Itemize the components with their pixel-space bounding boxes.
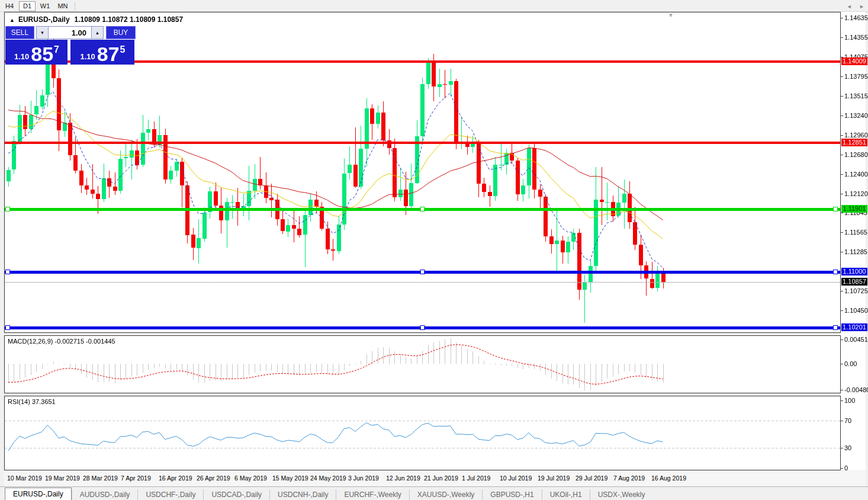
price-axis-tick: 1.11285 bbox=[844, 248, 867, 255]
rsi-axis-tick: 0 bbox=[844, 464, 848, 472]
rsi-axis-tick: 100 bbox=[844, 397, 855, 404]
price-axis-tick: 1.12960 bbox=[844, 132, 868, 139]
rsi-axis-tick: 70 bbox=[844, 417, 851, 424]
timeframe-button-w1[interactable]: W1 bbox=[37, 1, 53, 11]
hline-price-flag: 1.11000 bbox=[841, 268, 867, 275]
macd-values: -0.002715 -0.001445 bbox=[54, 338, 115, 345]
ask-price-display[interactable]: 1.10875 bbox=[70, 40, 134, 65]
chart-tab-xauusd-weekly[interactable]: XAUUSD-,Weekly bbox=[409, 489, 482, 500]
price-axis-tick: 1.12120 bbox=[844, 190, 868, 197]
hline-price-flag: 1.10201 bbox=[841, 323, 867, 331]
chart-tab-eurusd-daily[interactable]: EURUSD-,Daily bbox=[5, 488, 72, 500]
trading-terminal-window: H4D1W1MN ▲EURUSD-,Daily1.10809 1.10872 1… bbox=[0, 0, 868, 500]
bid-pip-digit: 7 bbox=[54, 44, 59, 55]
volume-decrease-button[interactable]: ▼ bbox=[36, 26, 49, 39]
spin-down-icon: ▼ bbox=[40, 30, 45, 36]
chart-tab-gbpusd-h1[interactable]: GBPUSD-,H1 bbox=[482, 489, 541, 500]
current-price-flag: 1.10857 bbox=[841, 278, 867, 286]
chart-tab-usdcnh-daily[interactable]: USDCNH-,Daily bbox=[269, 489, 336, 500]
timeframe-button-d1[interactable]: D1 bbox=[19, 1, 36, 11]
chart-shift-icon[interactable]: ▼ bbox=[668, 12, 674, 18]
chart-tab-eurchf-weekly[interactable]: EURCHF-,Weekly bbox=[336, 489, 409, 500]
price-axis-tick: 1.13240 bbox=[844, 112, 868, 119]
price-axis-tick: 1.12400 bbox=[844, 171, 868, 178]
chart-tab-usdx-weekly[interactable]: USDX-,Weekly bbox=[590, 489, 653, 500]
spin-up-icon: ▲ bbox=[95, 30, 100, 36]
volume-input[interactable] bbox=[49, 26, 91, 39]
timeframe-button-h4[interactable]: H4 bbox=[1, 1, 18, 11]
price-axis-tick: 1.12680 bbox=[844, 151, 868, 158]
chart-ohlc-values: 1.10809 1.10872 1.10809 1.10857 bbox=[75, 15, 184, 24]
rsi-value: 37.3651 bbox=[32, 398, 56, 405]
price-axis-tick: 1.10725 bbox=[844, 287, 868, 294]
rsi-axis-tick: 30 bbox=[844, 444, 851, 451]
price-axis-tick: 1.13515 bbox=[844, 92, 868, 100]
volume-increase-button[interactable]: ▲ bbox=[91, 26, 104, 39]
chart-tab-usdchf-daily[interactable]: USDCHF-,Daily bbox=[137, 489, 203, 500]
timeframe-toolbar: H4D1W1MN bbox=[0, 0, 868, 12]
hline-price-flag: 1.14009 bbox=[841, 57, 867, 65]
macd-axis-tick: -0.004806 bbox=[844, 386, 868, 393]
price-axis-tick: 1.10450 bbox=[844, 307, 868, 314]
chart-tab-audusd-daily[interactable]: AUDUSD-,Daily bbox=[72, 489, 138, 500]
hline-price-flag: 1.11901 bbox=[841, 205, 867, 213]
bid-price-display[interactable]: 1.10857 bbox=[5, 40, 67, 65]
rsi-name: RSI(14) bbox=[8, 398, 30, 405]
one-click-trading-panel: SELL ▼▲ BUY 1.10857 1.10875 bbox=[5, 26, 136, 65]
chart-canvas[interactable] bbox=[0, 0, 868, 500]
ask-big-figure: 87 bbox=[97, 44, 120, 63]
toolbar-separator bbox=[75, 2, 75, 11]
macd-label: MACD(12,26,9) -0.002715 -0.001445 bbox=[8, 338, 115, 345]
macd-axis-tick: 0.00 bbox=[844, 360, 857, 367]
price-axis-tick: 1.14635 bbox=[844, 14, 868, 21]
chart-symbol-label: EURUSD-,Daily bbox=[18, 15, 70, 24]
chart-title: ▲EURUSD-,Daily1.10809 1.10872 1.10809 1.… bbox=[9, 15, 183, 24]
macd-axis-tick: 0.004517 bbox=[844, 336, 868, 343]
sell-button[interactable]: SELL bbox=[5, 26, 34, 39]
chart-tab-usdcad-daily[interactable]: USDCAD-,Daily bbox=[203, 489, 269, 500]
collapse-panel-icon[interactable]: ▲ bbox=[9, 17, 15, 23]
ask-pip-digit: 5 bbox=[120, 44, 126, 55]
bid-prefix: 1.10 bbox=[14, 52, 29, 61]
rsi-label: RSI(14) 37.3651 bbox=[8, 398, 56, 405]
tab-scroll-controls: ◄ ► bbox=[841, 4, 864, 9]
bid-big-figure: 85 bbox=[31, 44, 53, 63]
tab-scroll-left-icon[interactable]: ◄ bbox=[847, 4, 852, 9]
chart-tab-ukoil-h1[interactable]: UKOil-,H1 bbox=[542, 489, 590, 500]
macd-name: MACD(12,26,9) bbox=[8, 338, 53, 345]
hline-price-flag: 1.12851 bbox=[841, 139, 867, 146]
ask-prefix: 1.10 bbox=[80, 52, 95, 61]
price-axis-tick: 1.14355 bbox=[844, 34, 868, 41]
price-axis-tick: 1.13795 bbox=[844, 73, 868, 80]
chart-tab-bar: EURUSD-,DailyAUDUSD-,DailyUSDCHF-,DailyU… bbox=[0, 486, 868, 500]
buy-button[interactable]: BUY bbox=[106, 26, 136, 39]
timeframe-button-mn[interactable]: MN bbox=[54, 1, 71, 11]
price-axis-tick: 1.11565 bbox=[844, 229, 867, 236]
tab-scroll-right-icon[interactable]: ► bbox=[859, 4, 864, 9]
